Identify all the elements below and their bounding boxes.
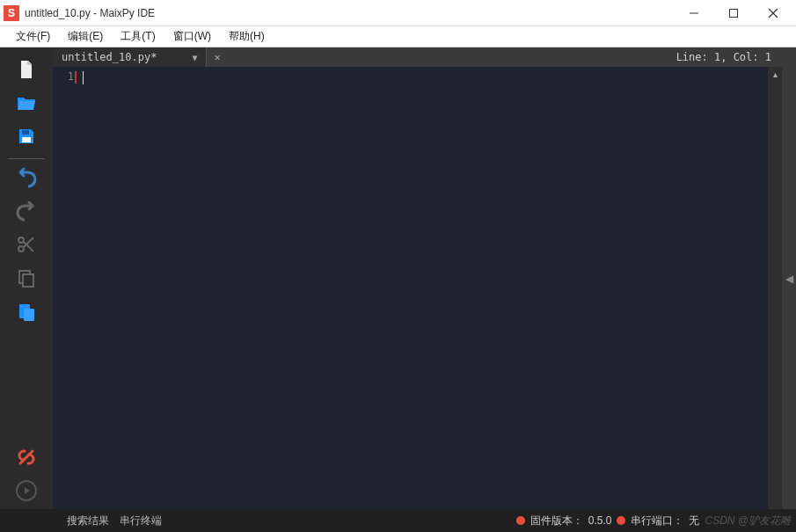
main-area: untitled_10.py* ▼ ✕ Line: 1, Col: 1 1 ▴ … (0, 47, 796, 509)
window-title: untitled_10.py - MaixPy IDE (25, 7, 674, 19)
text-cursor (83, 71, 84, 84)
editor-tab[interactable]: untitled_10.py* ▼ (53, 47, 207, 67)
code-area[interactable] (77, 67, 768, 509)
play-icon (16, 480, 37, 504)
save-button[interactable] (9, 121, 44, 153)
editor-body: 1 ▴ (53, 67, 782, 509)
menu-window[interactable]: 窗口(W) (164, 26, 220, 47)
menubar: 文件(F) 编辑(E) 工具(T) 窗口(W) 帮助(H) (0, 26, 796, 47)
run-button[interactable] (9, 476, 44, 507)
svg-rect-5 (22, 137, 31, 142)
undo-icon (16, 167, 37, 191)
window-controls (674, 1, 792, 26)
cut-button[interactable] (9, 230, 44, 261)
scissors-icon (16, 234, 37, 258)
scroll-up-icon[interactable]: ▴ (768, 67, 782, 81)
cursor-position: Line: 1, Col: 1 (676, 51, 782, 63)
status-dot-icon (516, 516, 525, 525)
copy-icon (16, 267, 37, 291)
panel-collapse-handle[interactable]: ◀ (782, 47, 796, 509)
serial-port-value: 无 (689, 514, 699, 528)
tab-search-results[interactable]: 搜索结果 (67, 514, 109, 528)
paste-icon (16, 301, 37, 324)
copy-button[interactable] (9, 263, 44, 295)
svg-rect-4 (22, 130, 29, 135)
status-left-tabs: 搜索结果 串行终端 (5, 514, 162, 528)
firmware-version: 0.5.0 (588, 514, 612, 527)
undo-button[interactable] (9, 163, 44, 194)
open-file-button[interactable] (9, 88, 44, 120)
chevron-left-icon: ◀ (785, 273, 793, 285)
close-button[interactable] (753, 1, 792, 26)
svg-point-6 (18, 237, 24, 243)
watermark-text: CSDN @驴友花雕 (705, 514, 791, 528)
left-toolbar (0, 47, 53, 509)
status-right: 固件版本： 0.5.0 串行端口： 无 CSDN @驴友花雕 (516, 514, 791, 528)
menu-tools[interactable]: 工具(T) (112, 26, 164, 47)
svg-point-7 (18, 246, 24, 251)
menu-edit[interactable]: 编辑(E) (59, 26, 112, 47)
tab-serial-terminal[interactable]: 串行终端 (120, 514, 162, 528)
serial-port-label: 串行端口： (631, 514, 683, 528)
menu-help[interactable]: 帮助(H) (220, 26, 274, 47)
close-icon: ✕ (214, 51, 220, 63)
tab-close-button[interactable]: ✕ (207, 51, 227, 63)
firmware-label: 固件版本： (530, 514, 583, 528)
toolbar-separator (8, 158, 45, 159)
editor-area: untitled_10.py* ▼ ✕ Line: 1, Col: 1 1 ▴ (53, 47, 782, 509)
redo-icon (16, 200, 37, 224)
paste-button[interactable] (9, 296, 44, 328)
vertical-scrollbar[interactable]: ▴ (768, 67, 782, 509)
editor-tabbar: untitled_10.py* ▼ ✕ Line: 1, Col: 1 (53, 47, 782, 67)
maximize-button[interactable] (713, 1, 753, 26)
line-number: 1 (53, 70, 74, 84)
svg-rect-11 (23, 274, 33, 287)
svg-line-14 (20, 451, 33, 463)
svg-rect-1 (729, 9, 737, 17)
svg-rect-13 (24, 309, 34, 321)
link-broken-icon (16, 447, 37, 470)
status-dot-icon (617, 516, 625, 525)
menu-file[interactable]: 文件(F) (7, 26, 59, 47)
save-icon (16, 126, 37, 149)
folder-open-icon (16, 92, 37, 116)
app-icon: S (4, 5, 19, 21)
file-icon (16, 59, 37, 83)
chevron-down-icon[interactable]: ▼ (192, 53, 197, 62)
tab-label: untitled_10.py* (62, 51, 157, 63)
new-file-button[interactable] (9, 55, 44, 86)
minimize-button[interactable] (674, 1, 713, 26)
statusbar: 搜索结果 串行终端 固件版本： 0.5.0 串行端口： 无 CSDN @驴友花雕 (0, 509, 796, 532)
titlebar: S untitled_10.py - MaixPy IDE (0, 0, 796, 26)
redo-button[interactable] (9, 196, 44, 228)
connect-button[interactable] (9, 442, 44, 474)
line-gutter: 1 (53, 67, 77, 509)
